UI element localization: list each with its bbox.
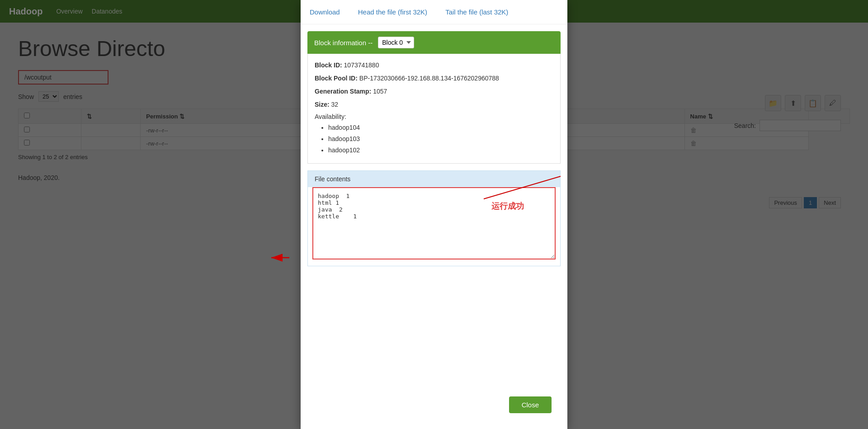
file-contents-textarea[interactable]: hadoop 1 html 1 java 2 kettle 1 [312, 187, 556, 259]
success-annotation: 运行成功 [491, 201, 524, 212]
block-select[interactable]: Block 0 [378, 37, 414, 48]
size-label: Size: [315, 101, 330, 108]
file-contents-header: File contents [308, 171, 560, 187]
modal-dialog: Download Head the file (first 32K) Tail … [301, 0, 567, 429]
block-pool-id-label: Block Pool ID: [315, 75, 358, 82]
block-id-label: Block ID: [315, 61, 342, 69]
modal-footer: Close [307, 390, 561, 420]
annotation-area: hadoop 1 html 1 java 2 kettle 1 运行成功 [308, 187, 560, 266]
modal-top-links: Download Head the file (first 32K) Tail … [301, 0, 567, 24]
availability-node-1: hadoop104 [328, 122, 553, 133]
generation-stamp-row: Generation Stamp: 1057 [315, 87, 553, 96]
availability-label: Availability: [315, 113, 553, 120]
block-info-label: Block information -- [314, 39, 373, 47]
download-link[interactable]: Download [310, 8, 340, 16]
block-id-row: Block ID: 1073741880 [315, 61, 553, 70]
generation-stamp-label: Generation Stamp: [315, 88, 371, 95]
availability-list: hadoop104 hadoop103 hadoop102 [328, 122, 553, 156]
size-value: 32 [331, 101, 339, 108]
block-id-value: 1073741880 [344, 61, 379, 69]
close-button[interactable]: Close [509, 396, 552, 413]
block-pool-id-value: BP-1732030666-192.168.88.134-16762029607… [359, 75, 499, 82]
block-info-body: Block ID: 1073741880 Block Pool ID: BP-1… [307, 54, 561, 164]
file-contents-section: File contents hadoop 1 html 1 java 2 ket… [307, 170, 561, 266]
size-row: Size: 32 [315, 100, 553, 109]
block-info-header: Block information -- Block 0 [307, 31, 561, 54]
block-pool-id-row: Block Pool ID: BP-1732030666-192.168.88.… [315, 74, 553, 83]
availability-node-3: hadoop102 [328, 145, 553, 156]
generation-stamp-value: 1057 [373, 88, 387, 95]
head-file-link[interactable]: Head the file (first 32K) [358, 8, 427, 16]
modal-spacer [301, 266, 567, 385]
availability-node-2: hadoop103 [328, 133, 553, 145]
tail-file-link[interactable]: Tail the file (last 32K) [445, 8, 508, 16]
